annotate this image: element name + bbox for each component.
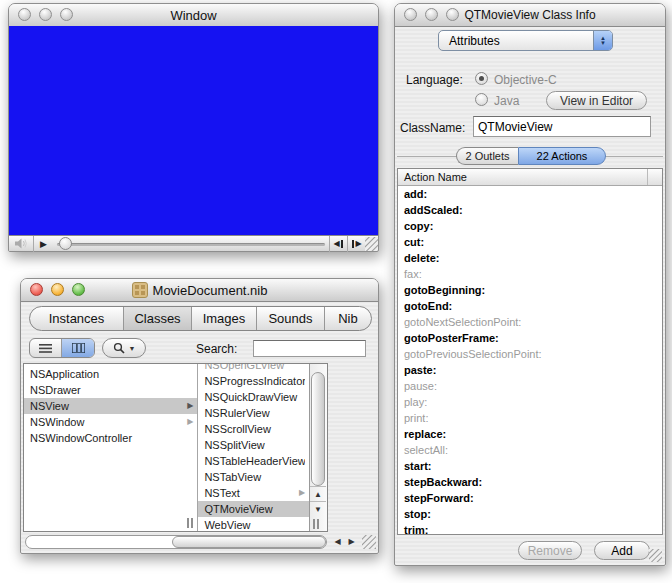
step-backward-button[interactable]: ◀ xyxy=(330,236,347,252)
column-resize-handle[interactable] xyxy=(313,519,319,529)
close-button[interactable] xyxy=(30,283,43,296)
scrollbar-thumb[interactable] xyxy=(172,536,326,548)
search-scope-button[interactable]: ▼ xyxy=(102,338,146,358)
remove-button[interactable]: Remove xyxy=(518,541,582,560)
radio-objective-c[interactable] xyxy=(475,72,488,85)
step-forward-icon: ▶ xyxy=(355,236,361,252)
browser-row[interactable]: NSWindow▶ xyxy=(24,414,197,430)
table-header[interactable]: Action Name xyxy=(398,169,662,186)
step-forward-button[interactable]: ▶ xyxy=(348,236,365,252)
class-label: NSQuickDrawView xyxy=(204,389,305,405)
minimize-button[interactable] xyxy=(51,283,64,296)
vertical-scrollbar[interactable]: ▲ ▼ xyxy=(309,364,327,531)
classname-input[interactable] xyxy=(473,116,651,137)
volume-button[interactable] xyxy=(9,236,33,252)
browser-row[interactable]: NSProgressIndicator xyxy=(198,373,309,389)
action-row[interactable]: stepForward: xyxy=(398,490,662,506)
action-row[interactable]: selectAll: xyxy=(398,442,662,458)
resize-grip[interactable] xyxy=(362,535,376,549)
action-row[interactable]: delete: xyxy=(398,250,662,266)
list-view-button[interactable] xyxy=(30,339,62,357)
scrubber-track[interactable] xyxy=(57,243,325,246)
tab-sounds[interactable]: Sounds xyxy=(257,307,325,330)
action-row[interactable]: addScaled: xyxy=(398,202,662,218)
inspector-popup[interactable]: Attributes ▲ ▼ xyxy=(438,30,613,51)
column-resize-handle[interactable] xyxy=(187,518,193,528)
browser-row-clipped[interactable]: NSOpenGLView xyxy=(198,364,309,373)
movie-scrubber[interactable] xyxy=(53,236,329,252)
action-row[interactable]: gotoEnd: xyxy=(398,298,662,314)
browser-row[interactable]: NSScrollView xyxy=(198,421,309,437)
nib-window-titlebar[interactable]: MovieDocument.nib xyxy=(21,279,378,302)
action-row[interactable]: add: xyxy=(398,186,662,202)
action-row[interactable]: gotoPosterFrame: xyxy=(398,330,662,346)
qtmovieview-canvas[interactable] xyxy=(9,26,378,235)
window-controls xyxy=(30,283,85,296)
scroll-down-button[interactable]: ▼ xyxy=(310,501,326,517)
action-row[interactable]: gotoBeginning: xyxy=(398,282,662,298)
zoom-button[interactable] xyxy=(72,283,85,296)
class-label: NSTableHeaderView xyxy=(204,453,305,469)
browser-row[interactable]: NSDrawer xyxy=(24,382,197,398)
browser-row-selected[interactable]: QTMovieView xyxy=(198,501,309,517)
scroll-right-button[interactable]: ▶ xyxy=(345,535,358,549)
close-button[interactable] xyxy=(18,8,31,21)
actions-list: add: addScaled: copy: cut: delete: fax: … xyxy=(398,186,662,535)
tab-images[interactable]: Images xyxy=(192,307,257,330)
zoom-button[interactable] xyxy=(60,8,73,21)
action-row[interactable]: copy: xyxy=(398,218,662,234)
info-window-title: QTMovieView Class Info xyxy=(464,8,595,22)
action-row[interactable]: trim: xyxy=(398,522,662,535)
add-button[interactable]: Add xyxy=(594,541,650,560)
tab-classes[interactable]: Classes xyxy=(124,307,192,330)
info-window-titlebar[interactable]: QTMovieView Class Info xyxy=(395,4,665,27)
action-row[interactable]: paste: xyxy=(398,362,662,378)
browser-row[interactable]: NSText▶ xyxy=(198,485,309,501)
resize-grip[interactable] xyxy=(365,237,378,251)
column-view-button[interactable] xyxy=(62,339,94,357)
view-in-editor-button[interactable]: View in Editor xyxy=(546,91,647,110)
browser-row[interactable]: NSWindowController xyxy=(24,430,197,446)
action-row[interactable]: pause: xyxy=(398,378,662,394)
action-row[interactable]: print: xyxy=(398,410,662,426)
scrollbar-thumb[interactable] xyxy=(311,372,325,486)
tab-nib[interactable]: Nib xyxy=(325,307,371,330)
action-row[interactable]: play: xyxy=(398,394,662,410)
column-view-icon xyxy=(72,343,85,353)
zoom-button[interactable] xyxy=(446,8,459,21)
action-row[interactable]: fax: xyxy=(398,266,662,282)
scrubber-thumb[interactable] xyxy=(59,237,72,250)
action-row[interactable]: stop: xyxy=(398,506,662,522)
movie-window-titlebar[interactable]: Window xyxy=(9,4,378,27)
horizontal-scrollbar[interactable]: ◀ ▶ xyxy=(21,534,378,550)
action-row[interactable]: stepBackward: xyxy=(398,474,662,490)
browser-row[interactable]: NSSplitView xyxy=(198,437,309,453)
resize-grip[interactable] xyxy=(649,549,662,562)
browser-row[interactable]: NSTableHeaderView xyxy=(198,453,309,469)
action-row[interactable]: gotoPreviousSelectionPoint: xyxy=(398,346,662,362)
tab-outlets[interactable]: 2 Outlets xyxy=(456,147,518,165)
search-input[interactable] xyxy=(253,340,366,357)
browser-row-selected[interactable]: NSView▶ xyxy=(24,398,197,414)
tab-actions[interactable]: 22 Actions xyxy=(518,147,606,165)
scroll-up-button[interactable]: ▲ xyxy=(310,486,326,502)
list-view-icon xyxy=(39,344,52,353)
radio-java[interactable] xyxy=(475,93,488,106)
play-button[interactable]: ▶ xyxy=(34,236,53,252)
browser-row[interactable]: NSTabView xyxy=(198,469,309,485)
close-button[interactable] xyxy=(404,8,417,21)
branch-arrow-icon: ▶ xyxy=(299,485,305,501)
scrollbar-track[interactable] xyxy=(25,535,327,549)
action-row[interactable]: start: xyxy=(398,458,662,474)
action-row[interactable]: gotoNextSelectionPoint: xyxy=(398,314,662,330)
browser-row[interactable]: WebView xyxy=(198,517,309,531)
browser-row[interactable]: NSRulerView xyxy=(198,405,309,421)
browser-row[interactable]: NSQuickDrawView xyxy=(198,389,309,405)
browser-row[interactable]: NSApplication xyxy=(24,366,197,382)
scroll-left-button[interactable]: ◀ xyxy=(331,535,344,549)
tab-instances[interactable]: Instances xyxy=(30,307,124,330)
action-row[interactable]: replace: xyxy=(398,426,662,442)
action-row[interactable]: cut: xyxy=(398,234,662,250)
minimize-button[interactable] xyxy=(425,8,438,21)
minimize-button[interactable] xyxy=(39,8,52,21)
